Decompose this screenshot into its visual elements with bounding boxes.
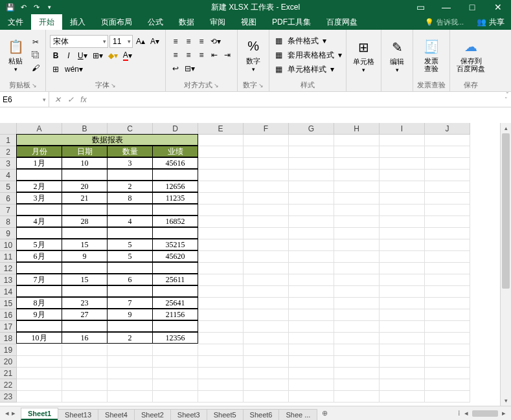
indent-inc-icon[interactable]: ⇥ (221, 49, 233, 61)
horiz-scroll-thumb[interactable] (472, 410, 498, 417)
row-header-4[interactable]: 4 (0, 170, 17, 181)
cell-B12[interactable] (62, 262, 108, 274)
cell-I18[interactable] (380, 333, 425, 344)
cell-I2[interactable] (380, 146, 425, 158)
sheet-tab-Sheet6[interactable]: Sheet6 (243, 409, 280, 420)
cell-B21[interactable] (62, 368, 108, 379)
cell-D17[interactable] (152, 320, 198, 332)
col-header-A[interactable]: A (17, 123, 62, 135)
col-header-G[interactable]: G (289, 123, 334, 135)
cell-I3[interactable] (380, 158, 425, 170)
cell-C9[interactable] (107, 227, 153, 239)
col-header-D[interactable]: D (153, 123, 198, 135)
paste-button[interactable]: 📋 粘贴▾ (4, 36, 27, 74)
cell-G18[interactable] (289, 333, 334, 344)
col-header-F[interactable]: F (244, 123, 289, 135)
border-button[interactable]: ⊞▾ (91, 50, 105, 61)
cell-H23[interactable] (334, 391, 380, 403)
cell-D6[interactable]: 11235 (152, 192, 198, 204)
cell-H18[interactable] (334, 333, 380, 344)
cell-C4[interactable] (107, 169, 153, 181)
cell-I12[interactable] (380, 263, 425, 274)
cell-C5[interactable]: 2 (107, 181, 153, 192)
cell-B14[interactable] (62, 285, 108, 297)
cell-E19[interactable] (198, 344, 244, 356)
dialog-launcher-icon[interactable]: ↘ (214, 82, 219, 89)
row-header-13[interactable]: 13 (0, 274, 17, 286)
minimize-icon[interactable]: — (433, 0, 459, 14)
cell-F4[interactable] (244, 170, 289, 181)
cell-I23[interactable] (380, 391, 425, 403)
cell-D19[interactable] (153, 344, 198, 356)
cell-B19[interactable] (62, 344, 108, 356)
cell-J8[interactable] (425, 216, 470, 228)
wrap-text-icon[interactable]: ↩ (170, 63, 181, 74)
cell-H7[interactable] (334, 204, 380, 216)
cell-A16[interactable]: 9月 (16, 309, 62, 320)
tab-baidu[interactable]: 百度网盘 (319, 14, 365, 30)
cell-C2[interactable]: 数量 (107, 146, 153, 157)
cell-E20[interactable] (198, 356, 244, 368)
cell-C11[interactable]: 5 (107, 250, 153, 262)
cell-G1[interactable] (289, 135, 334, 146)
cell-F22[interactable] (244, 379, 289, 391)
cell-J17[interactable] (425, 321, 470, 333)
cell-J5[interactable] (425, 181, 470, 193)
conditional-format-button[interactable]: ▦条件格式▾ (273, 34, 342, 47)
cell-H9[interactable] (334, 228, 380, 239)
indent-dec-icon[interactable]: ⇤ (209, 49, 220, 61)
cell-G5[interactable] (289, 181, 334, 193)
cell-A9[interactable] (16, 227, 62, 239)
new-sheet-button[interactable]: ⊕ (317, 408, 333, 419)
tab-file[interactable]: 文件 (0, 14, 31, 30)
cell-C22[interactable] (108, 379, 153, 391)
align-top-icon[interactable]: ≡ (170, 36, 181, 47)
cell-C18[interactable]: 2 (107, 332, 153, 344)
cell-G3[interactable] (289, 158, 334, 170)
cell-J15[interactable] (425, 298, 470, 309)
cell-H20[interactable] (334, 356, 380, 368)
cell-G4[interactable] (289, 170, 334, 181)
cell-J4[interactable] (425, 170, 470, 181)
cell-B15[interactable]: 23 (62, 297, 108, 309)
col-header-I[interactable]: I (380, 123, 425, 135)
tab-view[interactable]: 视图 (233, 14, 264, 30)
cell-C12[interactable] (107, 262, 153, 274)
cell-D11[interactable]: 45620 (152, 250, 198, 262)
cell-D12[interactable] (152, 262, 198, 274)
sheet-tab-Sheet2[interactable]: Sheet2 (134, 409, 171, 420)
number-format-button[interactable]: % 数字▾ (242, 36, 265, 74)
cell-H13[interactable] (334, 274, 380, 286)
cell-A20[interactable] (17, 356, 62, 368)
cell-J18[interactable] (425, 333, 470, 344)
cell-B4[interactable] (62, 169, 108, 181)
cell-G17[interactable] (289, 321, 334, 333)
cell-F14[interactable] (244, 286, 289, 298)
cell-D10[interactable]: 35215 (152, 239, 198, 250)
cell-B7[interactable] (62, 204, 108, 216)
align-center-icon[interactable]: ≡ (183, 49, 194, 61)
row-header-18[interactable]: 18 (0, 333, 17, 344)
col-header-J[interactable]: J (425, 123, 470, 135)
cell-C6[interactable]: 8 (107, 192, 153, 204)
cell-C15[interactable]: 7 (107, 297, 153, 309)
cell-I8[interactable] (380, 216, 425, 228)
cell-G20[interactable] (289, 356, 334, 368)
phonetic-icon[interactable]: wén▾ (63, 63, 85, 75)
cell-E17[interactable] (198, 321, 244, 333)
maximize-icon[interactable]: □ (459, 0, 485, 14)
cell-H15[interactable] (334, 298, 380, 309)
cell-H10[interactable] (334, 239, 380, 251)
share-button[interactable]: 👥共享 (470, 14, 511, 30)
cell-G23[interactable] (289, 391, 334, 403)
scroll-down-icon[interactable]: ▾ (501, 395, 511, 406)
tab-scroll-icon[interactable]: ⁞ (458, 409, 460, 417)
cell-G11[interactable] (289, 251, 334, 263)
cell-I20[interactable] (380, 356, 425, 368)
cell-F20[interactable] (244, 356, 289, 368)
cell-E18[interactable] (198, 333, 244, 344)
cell-E14[interactable] (198, 286, 244, 298)
cell-B2[interactable]: 日期 (62, 146, 108, 157)
sheet-tab-Sheet1[interactable]: Sheet1 (21, 408, 58, 420)
cell-J1[interactable] (425, 135, 470, 146)
